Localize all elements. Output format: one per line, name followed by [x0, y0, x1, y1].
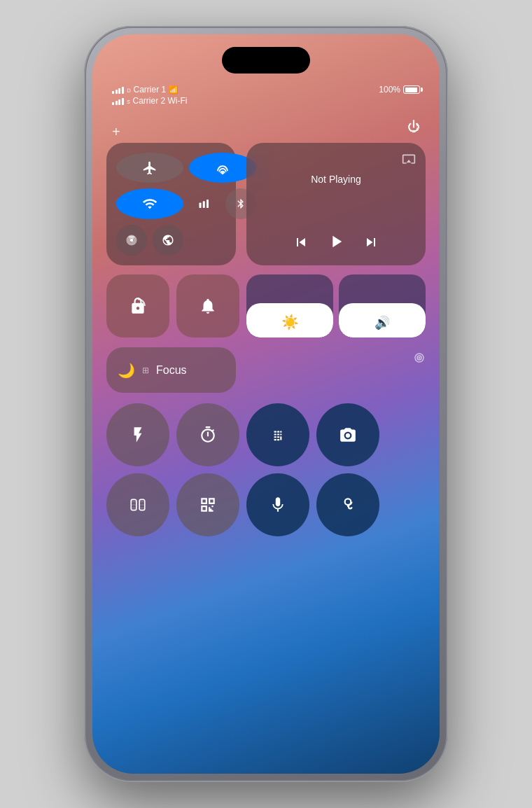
connectivity-tile — [106, 143, 236, 265]
svg-point-0 — [221, 172, 224, 174]
svg-rect-2 — [203, 201, 205, 208]
volume-icon: 🔊 — [374, 315, 390, 330]
carrier1-label: Carrier 1 — [134, 85, 167, 95]
calculator-button[interactable] — [246, 403, 309, 466]
volume-slider[interactable]: 🔊 — [339, 274, 426, 337]
svg-rect-3 — [206, 200, 209, 208]
signal-bars-1 — [112, 85, 124, 94]
svg-rect-10 — [280, 433, 281, 435]
dynamic-island — [222, 47, 310, 74]
power-button[interactable]: ⏻ — [407, 120, 420, 134]
radio-icon — [413, 351, 426, 366]
timer-button[interactable] — [176, 403, 239, 466]
play-button[interactable] — [326, 232, 346, 256]
bottom-row-2 — [106, 473, 426, 536]
bottom-row-1 — [106, 403, 426, 466]
battery-percent: 100% — [379, 85, 400, 95]
next-button[interactable] — [363, 234, 379, 254]
battery-icon — [403, 85, 420, 94]
svg-rect-8 — [274, 433, 276, 435]
svg-rect-12 — [277, 436, 279, 438]
focus-row: 🌙 ⊞ Focus — [106, 347, 236, 393]
cellular-button[interactable] — [189, 188, 220, 219]
focus-dots-button[interactable] — [116, 225, 147, 256]
svg-rect-13 — [280, 436, 281, 440]
brightness-slider[interactable]: ☀️ — [246, 274, 333, 337]
carrier2-row: ꜱ Carrier 2 Wi-Fi — [112, 96, 188, 106]
svg-rect-9 — [277, 433, 279, 435]
microphone-button[interactable] — [246, 473, 309, 536]
svg-rect-14 — [274, 439, 276, 440]
qrcode-button[interactable] — [176, 473, 239, 536]
now-playing-tile: Not Playing — [246, 143, 426, 265]
wifi-status-icon: 📶 — [169, 85, 178, 95]
carrier2-label: Carrier 2 Wi-Fi — [133, 96, 188, 106]
add-button[interactable]: + — [112, 124, 120, 140]
svg-rect-5 — [274, 431, 276, 433]
brightness-icon: ☀️ — [281, 314, 299, 330]
battery-row: 100% — [379, 85, 420, 95]
hearing-button[interactable] — [316, 473, 379, 536]
not-playing-label: Not Playing — [258, 174, 414, 185]
focus-label: Focus — [156, 364, 187, 377]
silent-button[interactable] — [176, 274, 239, 337]
svg-rect-7 — [280, 431, 281, 433]
mirror-button[interactable] — [106, 473, 169, 536]
flashlight-button[interactable] — [106, 403, 169, 466]
camera-button[interactable] — [316, 403, 379, 466]
second-row: ☀️ 🔊 ♥ ♪ — [106, 274, 426, 337]
phone-screen: ᴅ Carrier 1 📶 ꜱ Carrier 2 Wi-Fi 100% — [92, 34, 440, 774]
media-controls — [258, 232, 414, 256]
signal-info: ᴅ Carrier 1 📶 ꜱ Carrier 2 Wi-Fi — [112, 85, 188, 106]
phone-outer: ᴅ Carrier 1 📶 ꜱ Carrier 2 Wi-Fi 100% — [84, 26, 448, 782]
svg-rect-6 — [277, 431, 279, 433]
earth-button[interactable] — [153, 225, 183, 256]
wifi-button[interactable] — [116, 188, 183, 219]
airplay-icon[interactable] — [402, 153, 416, 170]
svg-rect-11 — [274, 436, 276, 438]
battery-fill — [405, 88, 417, 92]
rotation-lock-button[interactable] — [106, 274, 169, 337]
signal-bars-2 — [112, 97, 124, 105]
svg-rect-1 — [200, 203, 202, 209]
airplane-button[interactable] — [116, 153, 183, 183]
carrier1-row: ᴅ Carrier 1 📶 — [112, 85, 188, 95]
previous-button[interactable] — [293, 234, 309, 254]
svg-rect-15 — [277, 439, 279, 440]
status-bar: ᴅ Carrier 1 📶 ꜱ Carrier 2 Wi-Fi 100% — [112, 85, 420, 106]
sliders-container: ☀️ 🔊 ♥ ♪ — [246, 274, 426, 337]
focus-button[interactable]: 🌙 ⊞ Focus — [106, 347, 236, 393]
